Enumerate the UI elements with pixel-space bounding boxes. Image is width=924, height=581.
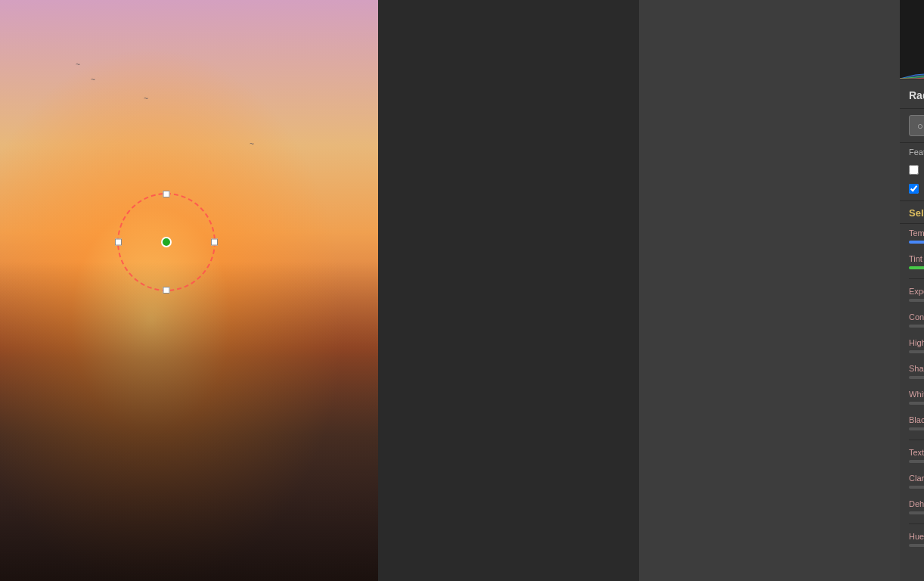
blacks-label: Blacks [909, 415, 924, 424]
exposure-track[interactable] [909, 299, 924, 302]
radial-filter-header: Radial Filter ↺ 👁 ⋯ [900, 79, 924, 109]
overlay-checkbox[interactable] [909, 184, 919, 194]
hue-slider-row: Hue [900, 527, 924, 553]
panel-content: Radial Filter ↺ 👁 ⋯ ○ ✏ ◇ Feather 50 Inv… [900, 0, 924, 581]
shape-tool-button[interactable]: ○ [909, 115, 924, 136]
svg-rect-0 [900, 0, 924, 79]
texture-track[interactable] [909, 460, 924, 463]
selective-edits-title: Selective Edits [909, 207, 924, 219]
exposure-label: Exposure [909, 287, 924, 296]
shadows-label: Shadows [909, 364, 924, 373]
whites-label: Whites [909, 390, 924, 399]
hue-track[interactable] [909, 544, 924, 547]
dehaze-slider-row: Dehaze [900, 495, 924, 520]
feather-label: Feather [909, 148, 924, 157]
clarity-slider-row: Clarity [900, 469, 924, 495]
contrast-slider-row: Contrast [900, 308, 924, 334]
bird-1: ~ [76, 61, 80, 69]
clarity-label: Clarity [909, 474, 924, 483]
invert-row: Invert [900, 161, 924, 179]
clarity-track[interactable] [909, 486, 924, 489]
highlights-label: Highlights [909, 338, 924, 347]
bird-2: ~ [91, 76, 95, 84]
exposure-slider-row: Exposure [900, 282, 924, 308]
contrast-label: Contrast [909, 312, 924, 322]
histogram-panel [900, 0, 924, 79]
whites-track[interactable] [909, 402, 924, 405]
temperature-track[interactable] [909, 241, 924, 244]
highlights-slider-row: Highlights [900, 334, 924, 359]
hue-label: Hue [909, 532, 924, 541]
tint-track[interactable] [909, 266, 924, 269]
histogram-chart [900, 0, 924, 79]
radial-handle-top[interactable] [163, 191, 170, 197]
blacks-slider-row: Blacks [900, 411, 924, 437]
texture-label: Texture [909, 448, 924, 457]
blacks-track[interactable] [909, 427, 924, 430]
whites-slider-row: Whites [900, 385, 924, 411]
shadows-track[interactable] [909, 376, 924, 379]
tint-slider-row: Tint [900, 250, 924, 275]
shadows-slider-row: Shadows [900, 359, 924, 385]
divider-3 [909, 524, 924, 524]
selective-edits-header: Selective Edits ▲ [900, 201, 924, 224]
contrast-track[interactable] [909, 325, 924, 328]
bird-4: ~ [250, 140, 254, 148]
divider-2 [909, 440, 924, 440]
tint-label: Tint [909, 254, 924, 263]
radial-handle-left[interactable] [115, 239, 122, 246]
invert-checkbox[interactable] [909, 165, 919, 175]
sliders-area[interactable]: Temperature Tint [900, 224, 924, 581]
radial-handle-bottom[interactable] [163, 287, 170, 294]
radial-center-point[interactable] [161, 237, 172, 247]
texture-slider-row: Texture [900, 443, 924, 469]
right-panel: Radial Filter ↺ 👁 ⋯ ○ ✏ ◇ Feather 50 Inv… [900, 0, 924, 581]
dehaze-label: Dehaze [909, 499, 924, 508]
photo-canvas: ~ ~ ~ ~ [0, 0, 378, 581]
radial-handle-right[interactable] [211, 239, 218, 246]
photo-area: ~ ~ ~ ~ [0, 0, 639, 581]
feather-row: Feather 50 [900, 143, 924, 161]
radial-filter-circle[interactable] [117, 193, 215, 291]
highlights-track[interactable] [909, 350, 924, 353]
middle-area [639, 0, 900, 581]
divider-1 [909, 278, 924, 279]
temperature-slider-row: Temperature [900, 224, 924, 250]
tool-buttons: ○ ✏ ◇ [900, 109, 924, 143]
radial-filter-title: Radial Filter [909, 89, 924, 101]
temperature-label: Temperature [909, 228, 924, 238]
bird-3: ~ [144, 95, 148, 103]
dehaze-track[interactable] [909, 511, 924, 514]
overlay-row: Overlay Mask Options [900, 179, 924, 201]
